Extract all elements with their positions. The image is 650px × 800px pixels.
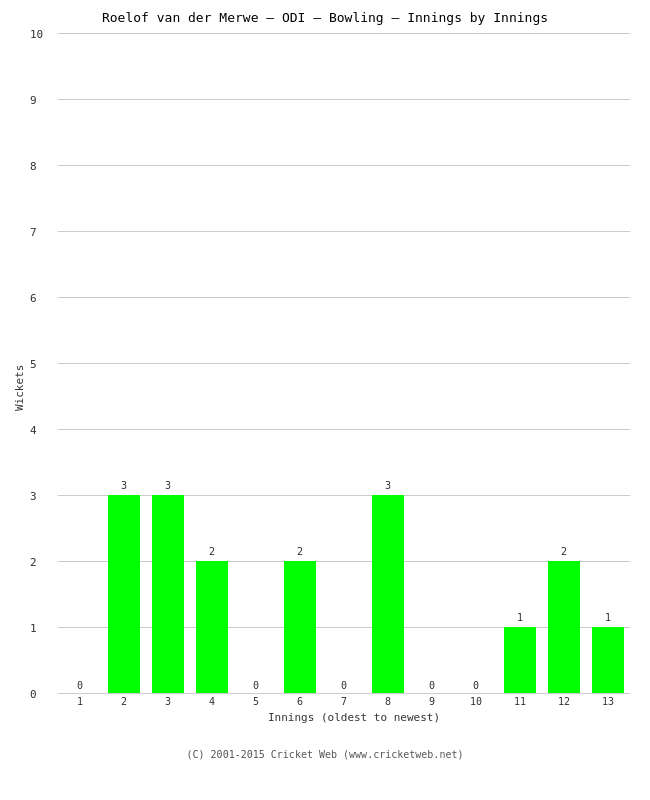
bar-group: 0	[410, 33, 454, 693]
bar-group: 2	[542, 33, 586, 693]
bar-group: 2	[278, 33, 322, 693]
bar-value-label: 2	[209, 546, 215, 557]
bar-group: 1	[586, 33, 630, 693]
y-tick-label: 6	[30, 292, 37, 305]
y-tick-label: 4	[30, 424, 37, 437]
bar-group: 0	[322, 33, 366, 693]
x-tick-label: 5	[234, 696, 278, 707]
y-tick-label: 8	[30, 160, 37, 173]
y-tick-label: 1	[30, 622, 37, 635]
bar-zero-label: 0	[253, 680, 259, 691]
bar: 3	[108, 495, 140, 693]
y-tick-label: 10	[30, 28, 43, 41]
x-tick-label: 1	[58, 696, 102, 707]
bar-value-label: 3	[385, 480, 391, 491]
y-tick-label: 0	[30, 688, 37, 701]
bar-group: 1	[498, 33, 542, 693]
y-axis-label: Wickets	[10, 33, 28, 743]
x-tick-label: 10	[454, 696, 498, 707]
y-tick-label: 3	[30, 490, 37, 503]
bar-group: 0	[234, 33, 278, 693]
bar-value-label: 2	[297, 546, 303, 557]
y-tick-label: 5	[30, 358, 37, 371]
bar-group: 0	[454, 33, 498, 693]
y-tick-label: 2	[30, 556, 37, 569]
bar-zero-label: 0	[429, 680, 435, 691]
x-tick-label: 11	[498, 696, 542, 707]
x-axis-title: Innings (oldest to newest)	[68, 711, 640, 724]
bar: 2	[284, 561, 316, 693]
bar-value-label: 1	[517, 612, 523, 623]
bar: 1	[592, 627, 624, 693]
bar-group: 3	[366, 33, 410, 693]
x-tick-label: 7	[322, 696, 366, 707]
bar-value-label: 3	[165, 480, 171, 491]
bar-zero-label: 0	[341, 680, 347, 691]
bar-value-label: 1	[605, 612, 611, 623]
grid-line: 0	[58, 693, 630, 694]
bar-zero-label: 0	[473, 680, 479, 691]
x-tick-label: 6	[278, 696, 322, 707]
x-tick-label: 8	[366, 696, 410, 707]
bar: 1	[504, 627, 536, 693]
bar-group: 3	[146, 33, 190, 693]
chart-container: Roelof van der Merwe – ODI – Bowling – I…	[0, 0, 650, 800]
x-tick-label: 3	[146, 696, 190, 707]
x-tick-label: 4	[190, 696, 234, 707]
bar-value-label: 2	[561, 546, 567, 557]
y-tick-label: 9	[30, 94, 37, 107]
bar: 3	[152, 495, 184, 693]
bar: 3	[372, 495, 404, 693]
chart-area: Wickets 012345678910 0332020300121 12345…	[10, 33, 640, 743]
x-tick-label: 12	[542, 696, 586, 707]
y-tick-label: 7	[30, 226, 37, 239]
x-tick-label: 2	[102, 696, 146, 707]
bar: 2	[196, 561, 228, 693]
bar-group: 2	[190, 33, 234, 693]
x-tick-label: 9	[410, 696, 454, 707]
bar: 2	[548, 561, 580, 693]
bar-value-label: 3	[121, 480, 127, 491]
bar-zero-label: 0	[77, 680, 83, 691]
bar-group: 3	[102, 33, 146, 693]
chart-title: Roelof van der Merwe – ODI – Bowling – I…	[10, 10, 640, 25]
copyright: (C) 2001-2015 Cricket Web (www.cricketwe…	[10, 749, 640, 760]
x-tick-label: 13	[586, 696, 630, 707]
bar-group: 0	[58, 33, 102, 693]
